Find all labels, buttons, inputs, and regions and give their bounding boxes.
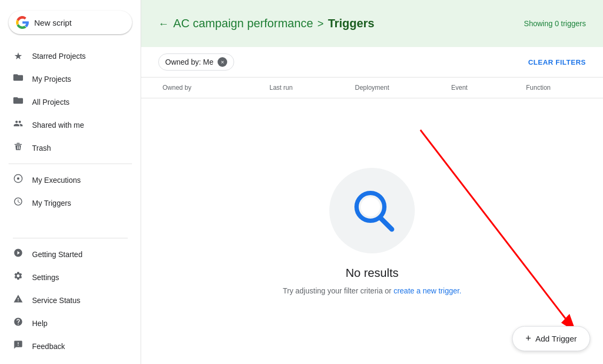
sidebar-label-getting-started: Getting Started	[32, 250, 82, 259]
sidebar-item-my-triggers[interactable]: My Triggers	[4, 191, 132, 214]
sidebar-label-my-projects: My Projects	[32, 75, 71, 83]
sidebar-item-starred-projects[interactable]: ★ Starred Projects	[4, 45, 132, 67]
help-icon	[13, 317, 24, 329]
sidebar-label-service-status: Service Status	[32, 296, 80, 305]
col-deployment: Deployment	[351, 78, 447, 98]
settings-icon	[13, 271, 24, 283]
add-trigger-button[interactable]: + Add Trigger	[512, 326, 590, 351]
back-button[interactable]: ←	[158, 18, 169, 30]
magnifying-glass-icon	[348, 187, 396, 235]
sidebar-item-help[interactable]: Help	[4, 312, 132, 335]
sidebar-label-trash: Trash	[32, 144, 51, 152]
sidebar-item-service-status[interactable]: Service Status	[4, 289, 132, 312]
folder-all-icon	[13, 96, 24, 108]
sidebar-divider-1	[9, 164, 132, 164]
sidebar-divider-2	[13, 238, 128, 238]
sidebar-item-my-projects[interactable]: My Projects	[4, 67, 132, 90]
trash-icon	[13, 142, 24, 154]
col-owned-by: Owned by	[158, 78, 265, 98]
sidebar-label-settings: Settings	[32, 273, 59, 282]
svg-line-3	[380, 218, 392, 229]
empty-state: No results Try adjusting your filter cri…	[141, 98, 603, 364]
col-function: Function	[522, 78, 603, 98]
svg-point-4	[361, 197, 380, 216]
sidebar-label-help: Help	[32, 319, 48, 328]
col-event: Event	[447, 78, 522, 98]
sidebar-nav-mid: My Executions My Triggers	[0, 168, 141, 214]
sidebar-item-shared-with-me[interactable]: Shared with me	[4, 113, 132, 136]
svg-point-1	[17, 177, 20, 180]
sidebar-label-all-projects: All Projects	[32, 98, 69, 106]
sidebar-nav-top: ★ Starred Projects My Projects All Proje…	[0, 45, 141, 159]
sidebar-item-trash[interactable]: Trash	[4, 136, 132, 159]
getting-started-icon	[13, 248, 24, 260]
sidebar-item-all-projects[interactable]: All Projects	[4, 90, 132, 113]
table-header: Owned by Last run Deployment Event Funct…	[141, 78, 603, 98]
add-trigger-icon: +	[525, 333, 531, 344]
breadcrumb: ← AC campaign performance > Triggers	[158, 17, 374, 30]
filter-chip-label: Owned by: Me	[165, 58, 213, 66]
sidebar-label-my-triggers: My Triggers	[32, 199, 71, 207]
filter-chip-owned-by-me[interactable]: Owned by: Me ×	[158, 53, 234, 71]
sidebar-label-starred-projects: Starred Projects	[32, 52, 86, 60]
header-bar: ← AC campaign performance > Triggers Sho…	[141, 0, 603, 47]
new-script-label: New script	[34, 18, 72, 27]
sidebar-item-my-executions[interactable]: My Executions	[4, 168, 132, 191]
showing-count: Showing 0 triggers	[524, 19, 586, 28]
sidebar-nav-bottom: Getting Started Settings Service Status …	[0, 234, 141, 358]
col-last-run: Last run	[265, 78, 351, 98]
sidebar-item-feedback[interactable]: Feedback	[4, 335, 132, 358]
sidebar-item-settings[interactable]: Settings	[4, 266, 132, 289]
new-script-button[interactable]: New script	[9, 11, 132, 34]
svg-line-6	[420, 130, 576, 332]
star-icon: ★	[13, 50, 24, 62]
sidebar-item-getting-started[interactable]: Getting Started	[4, 243, 132, 266]
clear-filters-button[interactable]: CLEAR FILTERS	[528, 58, 586, 66]
current-title: Triggers	[328, 17, 374, 30]
breadcrumb-separator: >	[318, 18, 324, 30]
executions-icon	[13, 174, 24, 186]
sidebar-label-feedback: Feedback	[32, 342, 65, 351]
sidebar-label-shared-with-me: Shared with me	[32, 121, 84, 129]
sidebar: New script ★ Starred Projects My Project…	[0, 0, 141, 364]
service-status-icon	[13, 294, 24, 306]
folder-icon	[13, 73, 24, 85]
main-content: ← AC campaign performance > Triggers Sho…	[141, 0, 603, 364]
empty-state-illustration	[329, 168, 415, 253]
google-logo-icon	[16, 16, 29, 29]
parent-title: AC campaign performance	[173, 17, 313, 30]
triggers-icon	[13, 197, 24, 209]
filter-bar: Owned by: Me × CLEAR FILTERS	[141, 47, 603, 78]
empty-description: Try adjusting your filter criteria or cr…	[283, 286, 461, 295]
feedback-icon	[13, 340, 24, 352]
create-new-trigger-link[interactable]: create a new trigger.	[393, 286, 461, 295]
filter-chip-close[interactable]: ×	[218, 57, 227, 67]
empty-description-text: Try adjusting your filter criteria or	[283, 286, 393, 295]
empty-title: No results	[345, 266, 398, 280]
sidebar-label-my-executions: My Executions	[32, 176, 81, 184]
people-icon	[13, 119, 24, 131]
add-trigger-label: Add Trigger	[535, 334, 577, 343]
